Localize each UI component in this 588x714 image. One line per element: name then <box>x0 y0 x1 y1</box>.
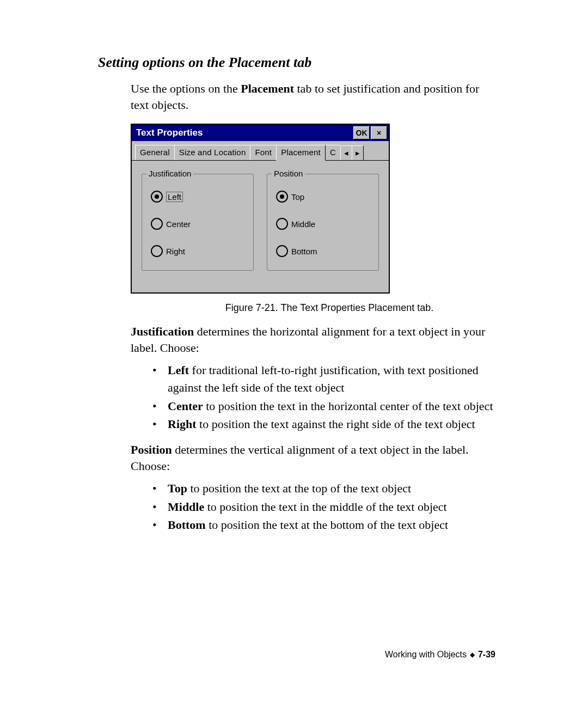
justification-legend: Justification <box>146 169 193 178</box>
radio-icon <box>151 218 163 230</box>
radio-right[interactable]: Right <box>151 245 246 257</box>
position-legend: Position <box>272 169 305 178</box>
list-item: Middle to position the text in the middl… <box>152 498 495 516</box>
tab-strip: General Size and Location Font Placement… <box>132 141 389 161</box>
text-bold: Middle <box>168 500 204 514</box>
tab-scroll-left-icon[interactable]: ◂ <box>340 145 352 160</box>
intro-text-pre: Use the options on the <box>131 82 241 95</box>
list-item: Top to position the text at the top of t… <box>152 480 495 497</box>
text: to position the text against the right s… <box>197 417 475 431</box>
text-bold: Justification <box>131 325 194 338</box>
dialog-title: Text Properties <box>136 127 352 138</box>
footer-section: Working with Objects <box>385 650 467 660</box>
radio-bottom[interactable]: Bottom <box>276 245 371 257</box>
tab-size-and-location[interactable]: Size and Location <box>174 145 251 160</box>
text: to position the text at the bottom of th… <box>206 518 448 532</box>
radio-icon <box>276 245 288 257</box>
dialog-titlebar: Text Properties OK × <box>132 125 389 141</box>
tab-font[interactable]: Font <box>250 145 277 160</box>
radio-label: Top <box>291 192 304 202</box>
justification-paragraph: Justification determines the horizontal … <box>131 324 495 356</box>
radio-label: Right <box>166 247 185 256</box>
radio-icon <box>151 191 163 203</box>
radio-label: Center <box>166 219 191 229</box>
page-footer: Working with Objects ◆ 7-39 <box>385 650 495 660</box>
radio-left[interactable]: Left <box>151 191 246 203</box>
tab-scroll-right-icon[interactable]: ▸ <box>352 145 364 160</box>
radio-label: Bottom <box>291 247 317 256</box>
text-bold: Left <box>168 363 189 377</box>
text-bold: Position <box>131 443 172 456</box>
intro-text-bold: Placement <box>241 82 294 95</box>
radio-label: Left <box>166 192 183 202</box>
position-group: Position Top Middle Bottom <box>267 174 379 271</box>
tab-placement[interactable]: Placement <box>276 145 326 161</box>
dialog-body: Justification Left Center Right <box>132 161 389 292</box>
ok-button[interactable]: OK <box>353 126 370 139</box>
radio-icon <box>151 245 163 257</box>
justification-group: Justification Left Center Right <box>142 174 254 271</box>
radio-icon <box>276 218 288 230</box>
text-bold: Top <box>168 481 187 495</box>
document-page: Setting options on the Placement tab Use… <box>0 0 588 714</box>
figure-caption: Figure 7-21. The Text Properties Placeme… <box>163 302 495 314</box>
position-paragraph: Position determines the vertical alignme… <box>131 442 495 474</box>
text: to position the text in the horizontal c… <box>203 399 493 413</box>
text: to position the text in the middle of th… <box>204 500 446 514</box>
close-button[interactable]: × <box>371 126 387 139</box>
list-item: Left for traditional left-to-right justi… <box>152 362 495 396</box>
radio-label: Middle <box>291 219 315 229</box>
text-bold: Bottom <box>168 518 206 532</box>
tab-general[interactable]: General <box>135 145 175 160</box>
text-properties-dialog: Text Properties OK × General Size and Lo… <box>131 124 390 294</box>
diamond-icon: ◆ <box>470 651 475 658</box>
dialog-figure: Text Properties OK × General Size and Lo… <box>131 124 495 314</box>
text-bold: Right <box>168 417 197 431</box>
text: to position the text at the top of the t… <box>187 481 411 495</box>
list-item: Right to position the text against the r… <box>152 416 495 433</box>
footer-page-number: 7-39 <box>478 650 495 660</box>
radio-top[interactable]: Top <box>276 191 371 203</box>
position-bullets: Top to position the text at the top of t… <box>152 480 495 534</box>
list-item: Bottom to position the text at the botto… <box>152 516 495 534</box>
radio-middle[interactable]: Middle <box>276 218 371 230</box>
text: for traditional left-to-right justificat… <box>168 363 479 394</box>
section-heading: Setting options on the Placement tab <box>98 54 495 71</box>
text: determines the vertical alignment of a t… <box>131 443 469 473</box>
tab-overflow[interactable]: C <box>325 145 341 160</box>
text-bold: Center <box>168 399 203 413</box>
intro-paragraph: Use the options on the Placement tab to … <box>131 81 495 113</box>
justification-bullets: Left for traditional left-to-right justi… <box>152 362 495 434</box>
radio-center[interactable]: Center <box>151 218 246 230</box>
list-item: Center to position the text in the horiz… <box>152 398 495 415</box>
radio-icon <box>276 191 288 203</box>
